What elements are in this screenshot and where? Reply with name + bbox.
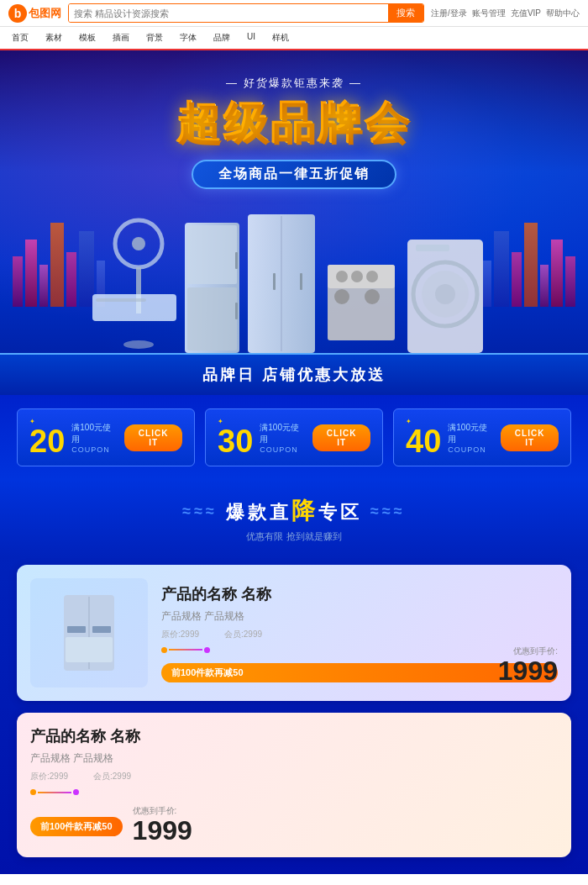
flash-sale-title-end: 专区 — [318, 502, 362, 523]
svg-rect-8 — [187, 287, 237, 350]
member-price-label-1: 会员:2999 — [224, 629, 262, 640]
coupon-amount-block-1: ✦ 20 — [29, 418, 65, 457]
svg-point-18 — [351, 271, 363, 282]
search-input[interactable] — [69, 4, 388, 22]
price-final-1: 1999 — [498, 657, 558, 684]
nav-material[interactable]: 素材 — [42, 30, 66, 45]
nav-background[interactable]: 背景 — [143, 30, 166, 45]
price-final-block-1: 优惠到手价: 1999 — [498, 645, 558, 684]
building-r2 — [494, 231, 509, 307]
city-left — [13, 223, 105, 307]
product-svg-1 — [55, 591, 123, 675]
track-dot-start-1 — [161, 647, 167, 653]
svg-point-19 — [366, 271, 378, 282]
search-bar: 搜索 — [68, 3, 424, 23]
building-r5 — [540, 265, 549, 307]
svg-point-17 — [336, 271, 348, 282]
svg-rect-10 — [235, 303, 238, 319]
original-price-label-2: 原价:2999 — [30, 771, 68, 782]
track-dot-end-2 — [73, 789, 79, 795]
coupon-info-3: 满100元使用 COUPON — [448, 422, 494, 454]
product-name-1: 产品的名称 名称 — [161, 584, 558, 604]
price-inline-2: 优惠到手价: 1999 — [133, 805, 192, 844]
coupon-amount-2: 30 — [218, 425, 253, 457]
coupon-card-2[interactable]: ✦ 30 满100元使用 COUPON CLICK IT — [205, 408, 383, 466]
building-1 — [13, 256, 23, 307]
flash-sale-title-highlight: 降 — [291, 498, 318, 524]
coupon-info-1: 满100元使用 COUPON — [71, 422, 118, 454]
nav-help[interactable]: 帮助中心 — [546, 8, 580, 19]
svg-rect-31 — [66, 637, 113, 662]
product-image-1 — [30, 578, 148, 687]
price-labels-2: 原价:2999 会员:2999 — [30, 771, 474, 782]
coupon-condition-2: 满100元使用 — [260, 422, 306, 445]
nav-mockup[interactable]: 样机 — [269, 30, 292, 45]
nav-links: 注册/登录 账号管理 充值VIP 帮助中心 — [431, 8, 580, 19]
original-price-label-1: 原价:2999 — [161, 629, 199, 640]
flash-sale-title-main: 爆款直 — [226, 502, 291, 523]
products-svg — [92, 198, 496, 353]
flash-sale-title-text: 爆款直降专区 — [226, 495, 362, 527]
track-dot-end-1 — [204, 647, 210, 653]
nav-ui[interactable]: UI — [244, 30, 259, 45]
bottom-row-2: 前100件款再减50 优惠到手价: 1999 — [30, 805, 474, 844]
nav-brand[interactable]: 品牌 — [210, 30, 234, 45]
city-right — [483, 223, 575, 307]
svg-point-21 — [365, 289, 380, 304]
building-r3 — [512, 252, 522, 307]
nav-account[interactable]: 账号管理 — [472, 8, 506, 19]
coupon-btn-3[interactable]: CLICK IT — [501, 424, 559, 451]
nav-login[interactable]: 注册/登录 — [431, 8, 467, 19]
coupon-card-3[interactable]: ✦ 40 满100元使用 COUPON CLICK IT — [393, 408, 571, 466]
logo: b 包图网 — [8, 4, 61, 23]
track-line-1 — [169, 649, 202, 651]
member-price-label-2: 会员:2999 — [93, 771, 131, 782]
search-button[interactable]: 搜索 — [388, 4, 423, 22]
logo-icon: b — [8, 4, 27, 23]
coupon-card-1[interactable]: ✦ 20 满100元使用 COUPON CLICK IT — [17, 408, 195, 466]
flash-sale-title: ≈≈≈ 爆款直降专区 ≈≈≈ — [0, 495, 588, 527]
flash-sale-subtitle: 优惠有限 抢到就是赚到 — [0, 530, 588, 543]
building-2 — [25, 240, 37, 307]
product-name-2: 产品的名称 名称 — [30, 726, 474, 746]
nav-template[interactable]: 模板 — [76, 30, 99, 45]
coupon-btn-2[interactable]: CLICK IT — [312, 424, 370, 451]
coupon-label-1: COUPON — [71, 445, 118, 454]
coupon-amount-3: 40 — [406, 425, 441, 457]
coupon-label-3: COUPON — [448, 445, 494, 454]
product-card-1: 产品的名称 名称 产品规格 产品规格 原价:2999 会员:2999 前100件… — [17, 565, 571, 701]
svg-rect-4 — [92, 294, 176, 321]
product-card-2: 产品的名称 名称 产品规格 产品规格 原价:2999 会员:2999 前100件… — [17, 713, 571, 857]
nav-vip[interactable]: 充值VIP — [511, 8, 541, 19]
track-line-2 — [38, 792, 71, 793]
coupon-condition-3: 满100元使用 — [448, 422, 494, 445]
svg-point-1 — [132, 237, 145, 250]
nav-home[interactable]: 首页 — [8, 30, 32, 45]
svg-rect-14 — [300, 273, 302, 290]
building-r4 — [524, 223, 538, 307]
coupon-info-2: 满100元使用 COUPON — [260, 422, 306, 454]
hero-products — [92, 198, 496, 353]
second-nav: 首页 素材 模板 插画 背景 字体 品牌 UI 样机 — [0, 27, 588, 50]
product-details-2: 产品的名称 名称 产品规格 产品规格 原价:2999 会员:2999 前100件… — [30, 726, 558, 844]
wave-left: ≈≈≈ — [182, 503, 218, 520]
svg-rect-5 — [96, 298, 146, 302]
page-wrapper: b 包图网 搜索 注册/登录 账号管理 充值VIP 帮助中心 首页 素材 模板 … — [0, 0, 588, 885]
building-4 — [50, 223, 64, 307]
svg-point-25 — [435, 284, 455, 304]
building-5 — [66, 252, 76, 307]
wave-right: ≈≈≈ — [370, 503, 406, 520]
coupon-btn-1[interactable]: CLICK IT — [124, 424, 182, 451]
products-section: 产品的名称 名称 产品规格 产品规格 原价:2999 会员:2999 前100件… — [0, 556, 588, 874]
nav-illustration[interactable]: 插画 — [109, 30, 133, 45]
nav-font[interactable]: 字体 — [176, 30, 200, 45]
coupon-label-2: COUPON — [260, 445, 306, 454]
coupon-amount-block-3: ✦ 40 — [406, 418, 441, 457]
svg-point-3 — [123, 340, 154, 349]
coupon-tag-2[interactable]: 前100件款再减50 — [30, 817, 123, 836]
hero-banner: 好货爆款钜惠来袭 超级品牌会 全场商品一律五折促销 — [0, 50, 588, 353]
coupon-amount-block-2: ✦ 30 — [218, 418, 253, 457]
coupons-section: ✦ 20 满100元使用 COUPON CLICK IT ✦ 30 满100元使… — [0, 395, 588, 480]
brand-day-bar: 品牌日 店铺优惠大放送 — [0, 353, 588, 395]
price-final-2: 1999 — [133, 817, 192, 844]
